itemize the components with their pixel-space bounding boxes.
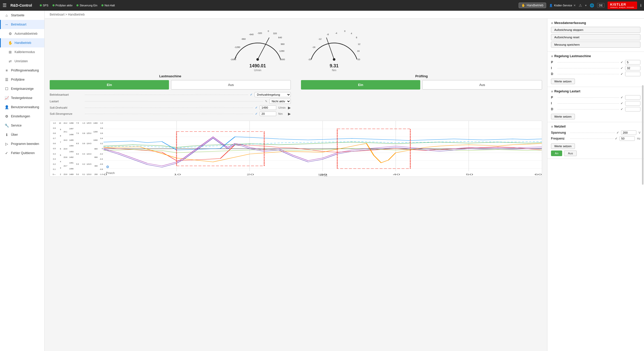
spannung-input[interactable] [621, 130, 636, 135]
sidebar-label-prueflingsverwaltung: Prüflingsverwaltung [11, 69, 39, 72]
soll-drehzahl-input[interactable] [260, 105, 276, 110]
sidebar-item-programm-beenden[interactable]: ▷ Programm beenden [0, 139, 44, 148]
netzteil-toggle[interactable]: ∧ [551, 125, 553, 128]
spannung-label: Spannung [551, 131, 569, 134]
regelung-la-p-input[interactable] [625, 95, 640, 100]
betriebsartsart-check: ✓ [250, 93, 253, 96]
svg-text:-12: -12 [318, 38, 321, 40]
sidebar-item-handbetrieb[interactable]: ✋ Handbetrieb [0, 38, 44, 47]
sidebar-item-ereignisanzeige[interactable]: ☐ Ereignisanzeige [0, 84, 44, 93]
lastmaschine-aus-button[interactable]: Aus [171, 80, 291, 90]
svg-text:50: 50 [466, 173, 473, 176]
regelung-lm-d-label: D [551, 72, 556, 76]
betriebsartsart-select[interactable]: Drehzahlregelung Drehmomentregelung [255, 92, 291, 97]
sidebar-item-ueber[interactable]: ℹ Über [0, 130, 44, 139]
chart-plot: 0 10 20 30 40 50 60 Time [s] ⚙ [103, 121, 542, 177]
language-selector[interactable]: DE [597, 3, 604, 8]
aufzeichnung-stoppen-button[interactable]: Aufzeichnung stoppen [551, 27, 640, 33]
pruefling-section: Prüfling Ein Aus [301, 74, 542, 118]
regelung-la-werte-setzen-button[interactable]: Werte setzen [551, 114, 575, 119]
regelung-lm-toggle[interactable]: ∧ [551, 55, 553, 58]
sidebar-label-fehler-quittieren: Fehler Quittieren [11, 151, 35, 155]
chevron-down-icon[interactable]: ▾ [585, 4, 587, 7]
regelung-la-p-dash [558, 97, 619, 98]
lastmaschine-ein-button[interactable]: Ein [50, 80, 169, 90]
pruefling-aus-button[interactable]: Aus [422, 80, 542, 90]
soll-stromgrenze-arrow[interactable]: ▶ [288, 112, 291, 116]
pruefling-ein-button[interactable]: Ein [301, 80, 420, 90]
gauge-moment-value: 9.31 [306, 63, 362, 69]
sidebar-item-automatikbetrieb[interactable]: ⚙ Automatikbetrieb [0, 29, 44, 38]
sidebar-item-benutzerverwaltung[interactable]: 👤 Benutzerverwaltung [0, 103, 44, 112]
user-badge: 👤 Kistler-Service ✕ [549, 4, 576, 7]
netzteil-werte-setzen-button[interactable]: Werte setzen [551, 143, 575, 149]
regelung-lm-i-label: I [551, 66, 556, 70]
lastart-select[interactable]: Nicht aktiv Aktiv [269, 99, 291, 104]
svg-point-26 [333, 58, 335, 61]
regelung-lm-p-row: P ✓ [551, 60, 640, 65]
svg-text:60: 60 [534, 173, 542, 176]
sidebar-item-umruesten[interactable]: ⇄ Umrüsten [0, 57, 44, 66]
content-area: -1600 -1280 -960 -640 -320 0 320 640 960… [45, 19, 644, 351]
soll-drehzahl-dash [85, 108, 253, 108]
soll-drehzahl-arrow[interactable]: ▶ [288, 106, 291, 110]
sidebar-item-testergebnisse[interactable]: 📈 Testergebnisse [0, 93, 44, 103]
frequenz-input[interactable] [620, 136, 635, 141]
umruesten-icon: ⇄ [8, 59, 12, 63]
regelung-lm-i-input[interactable] [625, 66, 640, 70]
soll-stromgrenze-check: ✓ [255, 112, 258, 116]
chart-gear-icon[interactable]: ⚙ [106, 165, 109, 169]
svg-text:20: 20 [358, 58, 360, 61]
regelung-lm-d-input[interactable] [625, 72, 640, 76]
scrollbar[interactable] [642, 85, 643, 185]
messdatenerfassung-title: ∧ Messdatenerfassung [551, 21, 640, 25]
fehler-icon: ✓ [4, 151, 9, 155]
netzteil-section: ∧ Netzteil Spannung ✓ V Frequenz ✓ [547, 122, 644, 159]
sidebar-item-startseite[interactable]: ⌂ Startseite [0, 11, 44, 20]
sidebar-item-service[interactable]: 🔧 Service [0, 121, 44, 130]
pruefplaene-icon: ☰ [4, 78, 9, 82]
regelung-lastmaschine-section: ∧ Regelung Lastmaschine P ✓ I ✓ [547, 52, 644, 87]
sidebar-item-betriebsart[interactable]: ↔ Betriebsart [0, 20, 44, 29]
sidebar-item-einstellungen[interactable]: ⚙ Einstellungen [0, 112, 44, 121]
sidebar-item-fehler-quittieren[interactable]: ✓ Fehler Quittieren [0, 148, 44, 158]
steuerung-label: Steuerung Ein [80, 4, 97, 7]
regelung-lm-i-row: I ✓ [551, 66, 640, 70]
spannung-check: ✓ [616, 131, 619, 134]
soll-stromgrenze-input[interactable] [260, 111, 276, 116]
user-close-icon[interactable]: ✕ [573, 4, 576, 7]
regelung-lm-p-dash [558, 62, 619, 62]
chart-pmech-label: Pmech [106, 171, 115, 174]
frequenz-dash [570, 139, 613, 139]
benutzer-icon: 👤 [4, 105, 9, 109]
svg-text:-20: -20 [308, 58, 311, 61]
regelung-la-i-input[interactable] [625, 101, 640, 106]
regelung-la-d-input[interactable] [625, 107, 640, 111]
sidebar-item-prueflingsverwaltung[interactable]: ≡ Prüflingsverwaltung [0, 66, 44, 75]
soll-drehzahl-row: Soll-Drehzahl ✓ U/min ▶ [50, 105, 291, 110]
gauge-drehzahl-unit: U/min [230, 69, 286, 72]
info-icon[interactable]: ℹ [640, 3, 641, 7]
hand-nav-icon: ✋ [8, 41, 12, 45]
soll-stromgrenze-unit: Nm [278, 112, 286, 115]
regelung-la-d-label: D [551, 107, 556, 111]
regelung-lm-d-dash [558, 74, 619, 74]
sidebar-label-ereignisanzeige: Ereignisanzeige [11, 87, 34, 91]
messdaten-toggle[interactable]: ∧ [551, 21, 553, 25]
menu-icon[interactable]: ☰ [3, 3, 7, 8]
sidebar-label-ueber: Über [11, 133, 18, 136]
soll-stromgrenze-label: Soll-Stromgrenze [50, 112, 83, 115]
netzteil-aus-button[interactable]: Aus [564, 151, 577, 156]
sidebar-item-pruefplaene[interactable]: ☰ Prüfpläne [0, 75, 44, 84]
regelung-lm-p-input[interactable] [625, 60, 640, 65]
regelung-lm-werte-setzen-button[interactable]: Werte setzen [551, 79, 575, 84]
soll-drehzahl-check: ✓ [255, 106, 258, 109]
soll-stromgrenze-dash [85, 114, 253, 114]
messung-speichern-button[interactable]: Messung speichern [551, 42, 640, 48]
sidebar-item-kalibriermodus[interactable]: ⊞ Kalibriermodus [0, 47, 44, 57]
regelung-la-toggle[interactable]: ∧ [551, 90, 553, 93]
aufzeichnung-reset-button[interactable]: Aufzeichnung reset [551, 34, 640, 40]
lastart-edit-icon[interactable]: ✎ [265, 100, 267, 103]
netzteil-an-button[interactable]: An [551, 151, 562, 156]
svg-text:320: 320 [273, 32, 277, 35]
